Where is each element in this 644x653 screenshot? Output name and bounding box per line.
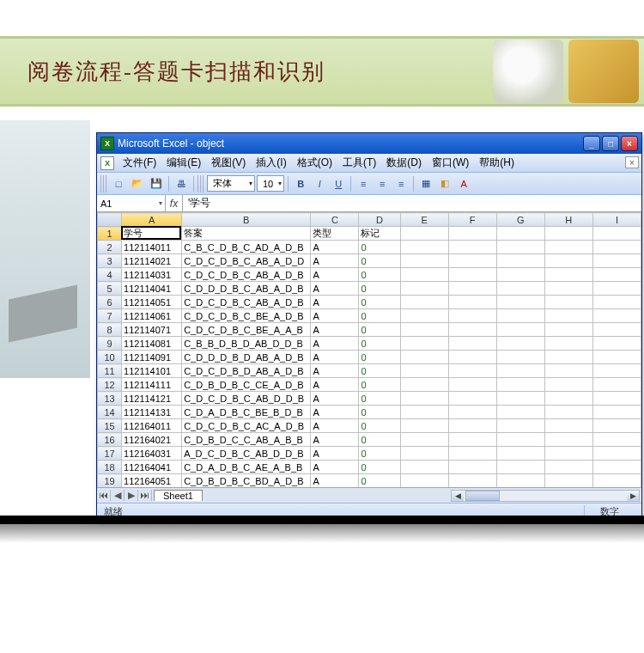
cell[interactable]: C_D_C_D_B_C_AB_D_D_B xyxy=(182,392,311,406)
row-header[interactable]: 1 xyxy=(98,227,122,241)
cell[interactable]: A xyxy=(311,364,359,378)
cell[interactable] xyxy=(448,433,496,447)
cell[interactable] xyxy=(592,241,641,254)
sheet-tab[interactable]: Sheet1 xyxy=(154,490,203,501)
row-header[interactable]: 15 xyxy=(98,419,122,433)
col-header[interactable]: C xyxy=(311,213,359,227)
cell[interactable]: 112114071 xyxy=(122,323,182,337)
fontsize-select[interactable]: 10 xyxy=(257,175,284,192)
cell[interactable]: C_B_B_D_B_D_AB_D_D_B xyxy=(182,337,311,351)
grid[interactable]: A B C D E F G H I 1学号答案类型标记2112114011C_B… xyxy=(97,212,641,487)
row-header[interactable]: 13 xyxy=(98,392,122,406)
cell[interactable]: C_D_A_D_B_C_BE_B_D_B xyxy=(182,406,311,419)
cell[interactable] xyxy=(592,433,641,447)
cell[interactable] xyxy=(448,378,496,392)
cell[interactable]: A xyxy=(311,254,359,268)
fillcolor-button[interactable]: ◧ xyxy=(436,175,453,192)
menu-tools[interactable]: 工具(T) xyxy=(337,154,381,172)
cell[interactable]: 112114091 xyxy=(122,351,182,364)
font-select[interactable]: 宋体 xyxy=(207,175,255,192)
cell[interactable] xyxy=(592,474,641,488)
workbook-close-button[interactable]: × xyxy=(625,156,639,168)
cell[interactable] xyxy=(400,419,448,433)
align-right-button[interactable]: ≡ xyxy=(392,175,410,192)
cell[interactable]: C_D_C_D_B_C_AB_A_D_D xyxy=(182,254,311,268)
cell[interactable]: C_D_D_D_B_C_AB_A_D_B xyxy=(182,282,311,296)
hscrollbar[interactable]: ◀ ▶ xyxy=(451,490,640,502)
menu-format[interactable]: 格式(O) xyxy=(292,154,337,172)
col-header[interactable]: G xyxy=(496,213,544,227)
cell[interactable] xyxy=(496,337,544,351)
row-header[interactable]: 9 xyxy=(98,337,122,351)
cell[interactable]: 112114021 xyxy=(122,254,182,268)
cell[interactable]: 112114081 xyxy=(122,337,182,351)
cell[interactable] xyxy=(400,406,448,419)
toolbar-grip-icon[interactable] xyxy=(100,175,106,192)
cell[interactable] xyxy=(592,447,641,461)
cell[interactable] xyxy=(544,392,592,406)
cell[interactable] xyxy=(496,419,544,433)
row-header[interactable]: 16 xyxy=(98,433,122,447)
row-header[interactable]: 8 xyxy=(98,323,122,337)
row-header[interactable]: 7 xyxy=(98,309,122,323)
cell[interactable]: 0 xyxy=(359,351,400,364)
cell[interactable] xyxy=(496,351,544,364)
cell[interactable]: 0 xyxy=(359,419,400,433)
row-header[interactable]: 6 xyxy=(98,296,122,309)
cell[interactable] xyxy=(400,378,448,392)
cell[interactable]: A xyxy=(311,309,359,323)
cell[interactable]: 112114041 xyxy=(122,282,182,296)
cell[interactable] xyxy=(496,309,544,323)
cell[interactable] xyxy=(400,254,448,268)
scroll-thumb[interactable] xyxy=(465,491,500,501)
cell[interactable] xyxy=(544,364,592,378)
cell[interactable] xyxy=(400,323,448,337)
cell[interactable] xyxy=(496,241,544,254)
save-button[interactable]: 💾 xyxy=(148,175,165,192)
cell[interactable]: 112114101 xyxy=(122,364,182,378)
cell[interactable]: 学号 xyxy=(122,227,182,241)
cell[interactable] xyxy=(592,351,641,364)
col-header[interactable]: D xyxy=(359,213,400,227)
cell[interactable] xyxy=(544,268,592,282)
cell[interactable] xyxy=(592,337,641,351)
cell[interactable]: C_D_D_D_B_D_AB_A_D_B xyxy=(182,351,311,364)
menu-view[interactable]: 视图(V) xyxy=(206,154,251,172)
cell[interactable]: 0 xyxy=(359,268,400,282)
cell[interactable] xyxy=(592,364,641,378)
cell[interactable]: C_D_C_D_B_C_AC_A_D_B xyxy=(182,419,311,433)
cell[interactable] xyxy=(448,309,496,323)
cell[interactable]: 112114011 xyxy=(122,241,182,254)
cell[interactable] xyxy=(496,474,544,488)
cell[interactable] xyxy=(400,337,448,351)
cell[interactable]: 0 xyxy=(359,378,400,392)
tab-next-icon[interactable]: ▶ xyxy=(125,490,138,501)
cell[interactable] xyxy=(544,474,592,488)
cell[interactable]: A xyxy=(311,461,359,474)
cell[interactable] xyxy=(544,419,592,433)
cell[interactable]: A xyxy=(311,378,359,392)
cell[interactable]: 0 xyxy=(359,296,400,309)
underline-button[interactable]: U xyxy=(330,175,347,192)
cell[interactable]: 0 xyxy=(359,337,400,351)
cell[interactable]: A xyxy=(311,419,359,433)
cell[interactable] xyxy=(400,364,448,378)
cell[interactable] xyxy=(592,309,641,323)
minimize-button[interactable]: _ xyxy=(583,136,600,151)
cell[interactable] xyxy=(400,282,448,296)
cell[interactable]: 0 xyxy=(359,392,400,406)
menu-window[interactable]: 窗口(W) xyxy=(427,154,474,172)
cell[interactable]: C_D_C_D_B_D_AB_A_D_B xyxy=(182,364,311,378)
cell[interactable] xyxy=(448,461,496,474)
cell[interactable]: 112164051 xyxy=(122,474,182,488)
cell[interactable]: A xyxy=(311,351,359,364)
cell[interactable] xyxy=(544,447,592,461)
cell[interactable] xyxy=(544,337,592,351)
cell[interactable] xyxy=(496,268,544,282)
cell[interactable]: A xyxy=(311,406,359,419)
cell[interactable] xyxy=(496,378,544,392)
cell[interactable] xyxy=(448,419,496,433)
cell[interactable] xyxy=(496,433,544,447)
cell[interactable] xyxy=(592,461,641,474)
cell[interactable] xyxy=(448,296,496,309)
